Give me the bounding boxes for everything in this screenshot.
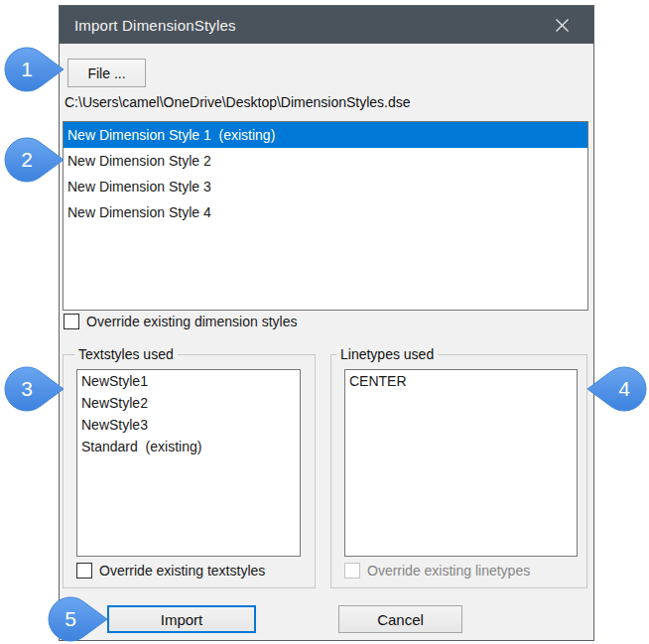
textstyles-groupbox: Textstyles used NewStyle1 NewStyle2 NewS… [63,354,316,588]
callout-badge-1: 1 [4,47,65,92]
import-dimensionstyles-dialog: Import DimensionStyles File ... C:\Users… [59,5,594,641]
svg-text:3: 3 [21,377,33,400]
override-textstyles-row: Override existing textstyles [76,563,265,579]
callout-badge-5: 5 [48,596,109,642]
override-linetypes-label: Override existing linetypes [367,563,530,579]
list-item-dimension-style-1[interactable]: New Dimension Style 1 (existing) [64,122,587,148]
override-dimension-styles-row: Override existing dimension styles [64,314,297,329]
override-dimension-styles-checkbox[interactable] [64,314,79,329]
svg-text:5: 5 [65,607,76,630]
dialog-title: Import DimensionStyles [60,17,540,34]
linetypes-group-title: Linetypes used [336,346,438,362]
import-button[interactable]: Import [107,605,256,633]
override-linetypes-row: Override existing linetypes [344,563,530,579]
list-item-textstyle-1[interactable]: NewStyle1 [77,370,300,392]
list-item-textstyle-3[interactable]: NewStyle3 [77,414,300,436]
svg-text:4: 4 [618,377,630,400]
file-button[interactable]: File ... [67,59,146,87]
list-item-dimension-style-3[interactable]: New Dimension Style 3 [64,174,587,199]
override-textstyles-label: Override existing textstyles [99,563,265,579]
cancel-button[interactable]: Cancel [338,605,462,633]
svg-text:1: 1 [21,58,33,80]
linetypes-groupbox: Linetypes used CENTER Override existing … [330,354,587,588]
list-item-textstyle-2[interactable]: NewStyle2 [77,392,300,414]
svg-text:2: 2 [21,148,33,171]
override-linetypes-checkbox [344,563,360,579]
callout-badge-3: 3 [4,366,65,412]
list-item-linetype-1[interactable]: CENTER [345,370,577,392]
list-item-dimension-style-2[interactable]: New Dimension Style 2 [64,148,587,174]
callout-badge-4: 4 [585,366,647,412]
close-button[interactable] [540,6,584,44]
override-dimension-styles-label: Override existing dimension styles [86,314,297,329]
file-path-label: C:\Users\camel\OneDrive\Desktop\Dimensio… [65,94,411,110]
dimension-styles-listbox[interactable]: New Dimension Style 1 (existing) New Dim… [63,121,588,311]
textstyles-listbox[interactable]: NewStyle1 NewStyle2 NewStyle3 Standard (… [76,369,301,557]
close-icon [555,18,570,33]
titlebar: Import DimensionStyles [60,6,593,44]
callout-badge-2: 2 [4,137,65,183]
list-item-dimension-style-4[interactable]: New Dimension Style 4 [64,199,587,225]
override-textstyles-checkbox[interactable] [76,563,92,579]
linetypes-listbox[interactable]: CENTER [344,369,578,557]
textstyles-group-title: Textstyles used [74,346,178,362]
list-item-textstyle-4[interactable]: Standard (existing) [77,436,300,457]
